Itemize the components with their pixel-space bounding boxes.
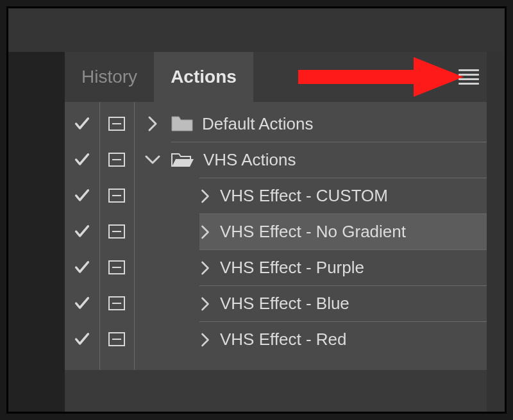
folder-open-icon xyxy=(171,152,194,169)
chevron-right-icon[interactable] xyxy=(199,224,211,240)
action-row[interactable]: VHS Effect - No Gradient xyxy=(65,214,487,249)
svg-marker-1 xyxy=(414,57,464,97)
chevron-right-icon[interactable] xyxy=(199,188,211,205)
action-set-row[interactable]: Default Actions xyxy=(65,106,487,142)
row-label: VHS Effect - Red xyxy=(220,330,347,349)
dialog-toggle-icon[interactable] xyxy=(108,117,125,131)
action-row[interactable]: VHS Effect - Blue xyxy=(65,285,487,321)
checkmark-icon[interactable] xyxy=(73,151,91,169)
checkmark-icon[interactable] xyxy=(73,294,91,312)
row-label: VHS Effect - Blue xyxy=(220,294,349,314)
annotation-arrow xyxy=(298,55,465,99)
chevron-right-icon[interactable] xyxy=(199,332,211,348)
dialog-toggle-icon[interactable] xyxy=(108,189,125,203)
right-gutter xyxy=(487,52,505,412)
dialog-toggle-icon[interactable] xyxy=(108,224,125,239)
row-label: VHS Actions xyxy=(203,150,296,170)
folder-closed-icon xyxy=(171,115,193,132)
checkmark-icon[interactable] xyxy=(73,330,91,348)
tab-history[interactable]: History xyxy=(65,52,154,102)
column-divider xyxy=(134,102,135,370)
row-label: VHS Effect - No Gradient xyxy=(220,222,406,242)
window-titlebar xyxy=(8,8,505,52)
actions-panel: ❯❯ History Actions xyxy=(65,52,487,412)
checkmark-icon[interactable] xyxy=(73,223,91,240)
left-dock-strip xyxy=(8,52,65,412)
dialog-toggle-icon[interactable] xyxy=(108,153,125,167)
row-label: VHS Effect - CUSTOM xyxy=(220,186,388,206)
panel-menu-icon[interactable] xyxy=(458,69,479,85)
checkmark-icon[interactable] xyxy=(73,258,91,276)
tab-actions[interactable]: Actions xyxy=(154,52,253,102)
chevron-right-icon[interactable] xyxy=(146,115,159,133)
tabbar-spacer xyxy=(253,52,487,102)
dialog-toggle-icon[interactable] xyxy=(108,260,125,274)
row-label: VHS Effect - Purple xyxy=(220,258,364,278)
window-frame: ❯❯ History Actions xyxy=(6,6,507,414)
dialog-toggle-icon[interactable] xyxy=(108,332,125,346)
chevron-down-icon[interactable] xyxy=(144,153,162,166)
dialog-toggle-icon[interactable] xyxy=(108,296,125,310)
action-row[interactable]: VHS Effect - Purple xyxy=(65,249,487,285)
chevron-right-icon[interactable] xyxy=(199,260,211,276)
panel-tabbar: History Actions xyxy=(65,52,487,102)
chevron-right-icon[interactable] xyxy=(199,296,211,312)
action-row[interactable]: VHS Effect - CUSTOM xyxy=(65,178,487,214)
row-label: Default Actions xyxy=(202,114,313,134)
actions-list: Default Actions VHS Actions xyxy=(65,102,487,370)
checkmark-icon[interactable] xyxy=(73,115,91,133)
column-divider xyxy=(99,102,100,370)
action-row[interactable]: VHS Effect - Red xyxy=(65,321,487,357)
checkmark-icon[interactable] xyxy=(73,187,91,205)
action-set-row[interactable]: VHS Actions xyxy=(65,142,487,178)
